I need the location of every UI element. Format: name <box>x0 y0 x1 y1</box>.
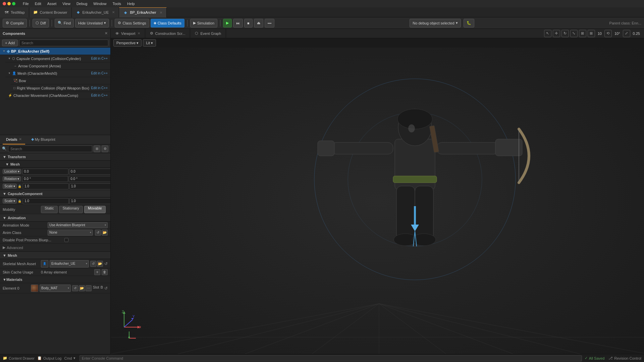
add-component-button[interactable]: + Add <box>2 40 18 46</box>
viewport-tab[interactable]: 👁 Viewport ✕ <box>111 29 145 38</box>
rotation-dropdown[interactable]: Rotation ▾ <box>3 176 21 181</box>
mat-extra-button[interactable]: ⋯ <box>86 285 92 291</box>
simulation-button[interactable]: ▶ Simulation <box>190 19 217 27</box>
stop-button[interactable]: ■ <box>244 19 253 27</box>
anim-mode-dropdown[interactable]: Use Animation Blueprint ▾ <box>48 222 108 228</box>
mesh-browse-button[interactable]: 📂 <box>97 261 103 267</box>
disable-post-checkbox[interactable] <box>64 238 68 242</box>
table-view-button[interactable]: ⊞ <box>94 145 100 152</box>
viewport-translate-button[interactable]: ✛ <box>553 30 560 37</box>
tree-item-mesh[interactable]: ▼ 👤 Mesh (CharacterMesh0) Edit in C++ <box>5 70 110 77</box>
scale-lock-icon[interactable]: 🔒 <box>18 185 21 188</box>
diff-button[interactable]: ⬡ Diff <box>33 19 49 27</box>
tab-testmap[interactable]: 🗺 TestMap <box>0 7 29 17</box>
tree-item-movement[interactable]: ⚡ Character Movement (CharMoveComp) Edit… <box>5 92 110 99</box>
viewport-rotate-button[interactable]: ↻ <box>561 30 569 37</box>
tab-erika-archer-ue[interactable]: ◆ ErikaArcher_UE ✕ <box>72 7 119 17</box>
mat-browse-button[interactable]: 📂 <box>79 285 85 291</box>
console-command-input[interactable] <box>79 355 582 361</box>
edit-capsule-link[interactable]: Edit in C++ <box>91 57 108 60</box>
play-button[interactable]: ▶ <box>223 19 232 27</box>
reset-mesh-button[interactable]: ↺ <box>104 261 108 266</box>
step-button[interactable]: ⏭ <box>233 19 243 27</box>
mesh-section-header[interactable]: ▼ Mesh <box>0 252 110 259</box>
class-defaults-button[interactable]: ◈ Class Defaults <box>151 19 184 27</box>
animation-section-header[interactable]: ▼ Animation <box>0 214 110 222</box>
add-array-element-button[interactable]: + <box>94 269 100 275</box>
skeletal-mesh-dropdown[interactable]: ErikaArcher_UE ▾ <box>50 260 89 267</box>
location-dropdown[interactable]: Location ▾ <box>3 169 21 174</box>
material-dropdown[interactable]: Body_MAT ▾ <box>40 285 71 292</box>
event-graph-tab[interactable]: ⬡ Event Graph <box>190 29 226 38</box>
static-button[interactable]: Static <box>41 206 58 213</box>
details-search-input[interactable] <box>8 145 92 152</box>
debug-icon-button[interactable]: 🐛 <box>464 19 474 27</box>
capsule-scale-x-input[interactable] <box>23 198 69 204</box>
mesh-transform-header[interactable]: ▼ Mesh <box>0 161 110 168</box>
remove-array-element-button[interactable]: 🗑 <box>102 269 108 275</box>
compile-button[interactable]: ⚙ Compile <box>3 19 27 27</box>
scale-x-input[interactable] <box>23 183 69 189</box>
edit-weapon-box-link[interactable]: Edit in C++ <box>91 86 108 90</box>
mat-refresh-button[interactable]: ↺ <box>72 285 78 291</box>
details-tab-close[interactable]: ✕ <box>19 137 22 141</box>
my-blueprint-tab[interactable]: ◆ My Blueprint <box>28 135 59 144</box>
tree-item-weapon-box[interactable]: □ Right Weapon Collision (Right Weapon B… <box>11 84 110 92</box>
viewport-scale-snap-button[interactable]: ⤢ <box>623 30 630 37</box>
capsule-scale-dropdown[interactable]: Scale ▾ <box>3 198 17 203</box>
more-options-button[interactable]: ••• <box>265 19 275 27</box>
lit-button[interactable]: Lit ▾ <box>143 39 156 47</box>
details-tab[interactable]: Details ✕ <box>3 135 25 144</box>
hide-unrelated-button[interactable]: Hide Unrelated ▾ <box>75 19 109 27</box>
location-y-input[interactable] <box>69 169 110 175</box>
debug-object-dropdown[interactable]: No debug object selected ▾ <box>410 19 461 27</box>
anim-class-refresh-button[interactable]: ↺ <box>95 230 101 236</box>
scale-y-input[interactable] <box>69 183 110 189</box>
edit-mesh-link[interactable]: Edit in C++ <box>91 71 108 75</box>
capsule-scale-lock-icon[interactable]: 🔒 <box>18 199 21 203</box>
menu-tools[interactable]: Tools <box>110 1 124 6</box>
tree-item-root[interactable]: ▼ ◆ BP_ErikaArcher (Self) <box>0 48 110 55</box>
movable-button[interactable]: Movable <box>84 206 106 213</box>
tree-item-capsule[interactable]: ▼ ⬡ Capsule Component (CollisionCylinder… <box>5 55 110 62</box>
transform-section-header[interactable]: ▼ Transform <box>0 153 110 161</box>
tree-item-bow[interactable]: 🏹 Bow <box>11 77 110 84</box>
mesh-refresh-button[interactable]: ↺ <box>90 261 96 267</box>
tab-content-browser[interactable]: 📁 Content Browser <box>29 7 72 17</box>
menu-debug[interactable]: Debug <box>74 1 90 6</box>
tab-bp-erika-archer[interactable]: ◆ BP_ErikaArcher ✕ <box>119 7 166 17</box>
stationary-button[interactable]: Stationary <box>59 206 83 213</box>
anim-class-dropdown[interactable]: None ▾ <box>48 230 93 236</box>
viewport-local-button[interactable]: ⊞ <box>579 30 586 37</box>
maximize-window-button[interactable] <box>12 2 15 5</box>
menu-window[interactable]: Window <box>91 1 109 6</box>
capsule-scale-y-input[interactable] <box>69 198 110 204</box>
cmd-dropdown[interactable]: Cmd ▾ <box>64 356 75 360</box>
eject-button[interactable]: ⏏ <box>254 19 263 27</box>
scale-dropdown[interactable]: Scale ▾ <box>3 184 17 189</box>
close-viewport-tab[interactable]: ✕ <box>138 32 140 35</box>
edit-movement-link[interactable]: Edit in C++ <box>91 94 108 97</box>
viewport-rotation-snap-button[interactable]: ⟲ <box>604 30 612 37</box>
rotation-x-input[interactable] <box>22 176 68 182</box>
rotation-y-input[interactable] <box>69 176 110 182</box>
advanced-section[interactable]: ▶ Advanced <box>0 244 110 252</box>
content-drawer-button[interactable]: 📁 Content Drawer <box>3 356 35 360</box>
menu-file[interactable]: File <box>20 1 32 6</box>
construction-script-tab[interactable]: ⚙ Construction Scr... <box>145 29 191 38</box>
materials-section-header[interactable]: ▼ Materials <box>0 276 110 283</box>
components-search-input[interactable] <box>19 40 108 46</box>
menu-help[interactable]: Help <box>124 1 138 6</box>
location-x-input[interactable] <box>22 169 68 175</box>
class-settings-button[interactable]: ⚙ Class Settings <box>115 19 149 27</box>
menu-view[interactable]: View <box>60 1 73 6</box>
perspective-button[interactable]: Perspective ▾ <box>113 39 142 47</box>
close-tab-erika-ue[interactable]: ✕ <box>112 10 115 14</box>
components-close-button[interactable]: ✕ <box>105 31 108 36</box>
revision-control-button[interactable]: ⎇ Revision Control <box>608 356 641 360</box>
minimize-window-button[interactable] <box>7 2 11 5</box>
settings-button[interactable]: ⚙ <box>102 145 108 152</box>
close-window-button[interactable] <box>3 2 6 5</box>
reset-material-button[interactable]: ↺ <box>104 286 108 291</box>
output-log-button[interactable]: 📋 Output Log <box>37 356 61 360</box>
